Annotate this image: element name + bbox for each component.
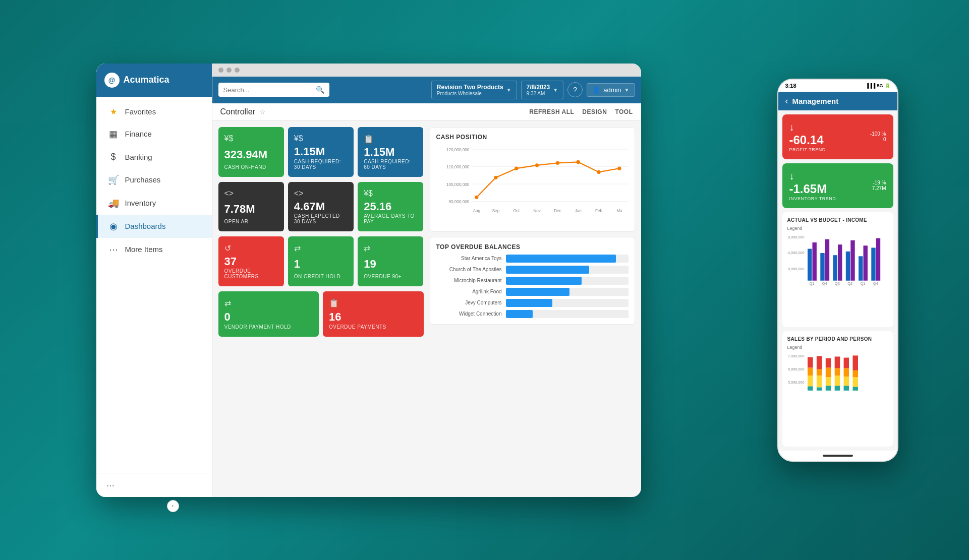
svg-rect-50 (808, 376, 813, 386)
kpi-cash-30[interactable]: ¥$ 1.15M CASH REQUIRED: 30 DAYS (288, 127, 354, 177)
svg-rect-48 (808, 357, 813, 368)
svg-text:5,000,000: 5,000,000 (787, 380, 804, 385)
phone-status-bar: 3:18 ▐▐▐ 5G 🔋 (778, 80, 897, 92)
vendor-hold-icon: ⇄ (224, 298, 313, 308)
status-overdue-90[interactable]: ⇄ 19 OVERDUE 90+ (358, 236, 423, 286)
svg-rect-69 (852, 370, 858, 378)
sidebar-toggle-button[interactable]: ‹ (167, 500, 179, 512)
bar-row-1: Church of The Apostles (436, 266, 629, 274)
open-ar-label: OPEN AR (224, 219, 278, 224)
inventory-label: INVENTORY TREND (789, 196, 836, 201)
status-credit-hold[interactable]: ⇄ 1 ON CREDIT HOLD (288, 236, 354, 286)
sidebar-item-finance[interactable]: ▦ Finance (96, 122, 212, 146)
bar-outer-0 (506, 255, 629, 263)
overdue-balances-widget: TOP OVERDUE BALANCES Star America Toys C… (430, 237, 635, 325)
sales-chart-legend: Legend (787, 345, 888, 350)
svg-rect-55 (816, 388, 822, 391)
kpi-open-ar[interactable]: <> 7.78M OPEN AR (218, 182, 284, 231)
sales-chart-title: SALES BY PERIOD AND PERSON (787, 336, 888, 342)
dashboard-body: ¥$ 323.94M CASH ON-HAND ¥$ 1.15M CASH RE… (212, 121, 641, 497)
window-dot-3 (235, 68, 240, 73)
company-selector[interactable]: Revision Two Products Products Wholesale… (431, 81, 517, 99)
kpi-row-2: <> 7.78M OPEN AR <> 4.67M CASH EXPECTED … (218, 182, 424, 231)
company-sub: Products Wholesale (437, 91, 503, 96)
help-button[interactable]: ? (567, 82, 583, 97)
status-vendor-hold[interactable]: ⇄ 0 VENDOR PAYMENT HOLD (218, 291, 319, 337)
sidebar-item-dashboards[interactable]: ◉ Dashboards (96, 215, 212, 238)
phone-signal-icon: ▐▐▐ 5G 🔋 (866, 83, 890, 88)
sidebar-label-favorites: Favorites (125, 107, 156, 116)
sidebar-item-more[interactable]: ⋯ More Items (96, 238, 212, 261)
phone-kpi-inventory[interactable]: ↓ -1.65M INVENTORY TREND -19 % 7.27M (782, 163, 893, 208)
cash-expected-value: 4.67M (294, 200, 348, 213)
bar-inner-5 (506, 310, 533, 318)
star-bookmark-icon[interactable]: ☆ (259, 108, 266, 116)
sidebar-item-favorites[interactable]: ★ Favorites (96, 101, 212, 122)
svg-rect-52 (816, 356, 822, 369)
svg-rect-71 (852, 387, 858, 390)
income-chart-section: ACTUAL VS BUDGET - INCOME Legend 18,000,… (782, 212, 893, 328)
svg-point-14 (597, 170, 600, 174)
dashboards-icon: ◉ (108, 221, 119, 232)
kpi-cash-expected[interactable]: <> 4.67M CASH EXPECTED 30 DAYS (288, 182, 354, 231)
svg-rect-65 (843, 368, 849, 377)
status-overdue-payments[interactable]: 📋 16 OVERDUE PAYMENTS (323, 291, 424, 337)
kpi-cash-60[interactable]: 📋 1.15M CASH REQUIRED: 60 DAYS (358, 127, 423, 177)
svg-text:Q4: Q4 (822, 281, 827, 286)
overdue-customers-label: OVERDUE CUSTOMERS (224, 268, 278, 279)
left-widgets: ¥$ 323.94M CASH ON-HAND ¥$ 1.15M CASH RE… (218, 127, 424, 491)
phone-kpi-profit[interactable]: ↓ -60.14 PROFIT TREND -100 % 0 (782, 114, 893, 159)
cash-30-value: 1.15M (294, 145, 348, 158)
kpi-cash-onhand[interactable]: ¥$ 323.94M CASH ON-HAND (218, 127, 284, 177)
sidebar-item-inventory[interactable]: 🚚 Inventory (96, 192, 212, 215)
overdue-payments-value: 16 (329, 310, 418, 324)
status-overdue-customers[interactable]: ↺ 37 OVERDUE CUSTOMERS (218, 236, 284, 286)
svg-rect-66 (843, 377, 849, 386)
credit-hold-label: ON CREDIT HOLD (294, 274, 348, 279)
search-box[interactable]: 🔍 (218, 83, 329, 97)
sidebar-item-banking[interactable]: $ Banking (96, 146, 212, 168)
bar-inner-0 (506, 255, 616, 263)
refresh-all-button[interactable]: REFRESH ALL (529, 108, 574, 115)
open-ar-icon: <> (224, 189, 278, 198)
svg-rect-34 (850, 240, 854, 280)
user-label: admin (603, 86, 621, 94)
kpi-avg-days[interactable]: ¥$ 25.16 AVERAGE DAYS TO PAY (358, 182, 423, 231)
status-row-2: ⇄ 0 VENDOR PAYMENT HOLD 📋 16 OVERDUE PAY… (218, 291, 424, 337)
design-button[interactable]: DESIGN (582, 108, 607, 115)
profit-badge: -100 % 0 (870, 131, 886, 142)
svg-rect-64 (843, 358, 849, 368)
bar-outer-2 (506, 277, 629, 285)
tools-button[interactable]: TOOL (615, 108, 633, 115)
bar-outer-1 (506, 266, 629, 274)
cash-onhand-label: CASH ON-HAND (224, 164, 278, 170)
date-selector[interactable]: 7/8/2023 9:32 AM ▼ (521, 81, 564, 99)
cash-position-chart: 120,000,000 110,000,000 100,000,000 90,0… (436, 145, 629, 225)
phone-back-button[interactable]: ‹ (785, 96, 788, 106)
bar-inner-4 (506, 299, 552, 307)
cash-onhand-icon: ¥$ (224, 134, 278, 143)
user-menu[interactable]: 👤 admin ▼ (587, 83, 635, 97)
svg-text:Oct: Oct (513, 209, 520, 213)
date-chevron-icon: ▼ (553, 87, 558, 93)
credit-hold-value: 1 (294, 258, 348, 271)
avg-days-label: AVERAGE DAYS TO PAY (364, 213, 417, 224)
sidebar-bottom[interactable]: ··· (96, 473, 212, 497)
overdue-90-icon: ⇄ (364, 243, 417, 253)
kpi-row-1: ¥$ 323.94M CASH ON-HAND ¥$ 1.15M CASH RE… (218, 127, 424, 177)
svg-text:90,000,000: 90,000,000 (448, 200, 469, 204)
bar-outer-3 (506, 288, 629, 296)
svg-rect-56 (825, 358, 831, 368)
search-icon[interactable]: 🔍 (316, 86, 324, 94)
svg-rect-61 (834, 368, 840, 376)
svg-rect-37 (871, 247, 875, 280)
search-input[interactable] (223, 86, 313, 94)
svg-rect-54 (816, 376, 822, 387)
sidebar-bottom-icon: ··· (106, 479, 115, 491)
svg-rect-31 (833, 255, 837, 281)
svg-text:14,000,000: 14,000,000 (787, 251, 805, 255)
help-icon: ? (573, 86, 577, 94)
more-items-icon: ⋯ (108, 244, 119, 255)
dashboard-actions: REFRESH ALL DESIGN TOOL (529, 108, 633, 115)
sidebar-item-purchases[interactable]: 🛒 Purchases (96, 168, 212, 192)
